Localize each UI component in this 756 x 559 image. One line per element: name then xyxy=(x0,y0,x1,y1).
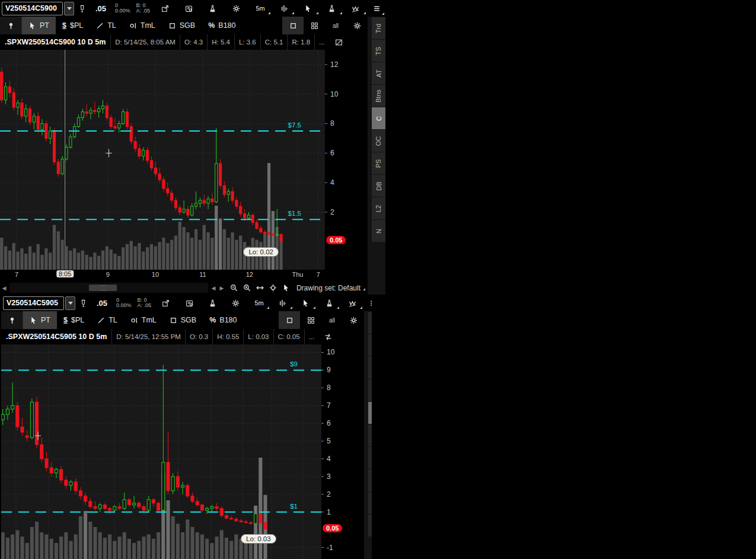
timeframe-button[interactable]: 5m xyxy=(247,295,270,311)
drawings-button[interactable] xyxy=(341,295,364,311)
chart-style-button[interactable] xyxy=(271,295,294,311)
h-scale-button[interactable] xyxy=(254,282,266,293)
sidebar-tab-at[interactable]: AT xyxy=(368,357,372,379)
pl-tool-button[interactable]: $$PL xyxy=(56,17,90,34)
sidebar-tab-c[interactable]: C xyxy=(372,107,385,129)
pointer-mode-button[interactable] xyxy=(280,282,292,293)
cursor-tool-button[interactable] xyxy=(294,295,317,311)
pin-button[interactable] xyxy=(0,17,22,34)
maximize-button[interactable] xyxy=(279,311,300,329)
all-button[interactable]: all xyxy=(321,311,343,329)
zoom-out-button[interactable] xyxy=(228,282,240,293)
sidebar-tab-n[interactable]: N xyxy=(372,220,385,242)
toolbar-settings-button[interactable] xyxy=(346,17,368,34)
chart-canvas[interactable]: 10987654321-1$9$10.05Lo: 0.03 xyxy=(1,344,364,559)
sidebar-tab-n[interactable]: N xyxy=(368,515,372,536)
b180-tool-button[interactable]: %B180 xyxy=(203,311,243,329)
share-button[interactable] xyxy=(153,0,177,17)
grid-layout-button[interactable] xyxy=(300,311,321,329)
chart-style-button[interactable] xyxy=(272,0,296,17)
sidebar-tab-ps[interactable]: PS xyxy=(368,447,372,469)
pt-tool-button[interactable]: PT xyxy=(23,311,57,329)
chart-canvas[interactable]: 12108642$7.5$1.50.05Lo: 0.02 xyxy=(0,50,368,270)
trendline-tool-button[interactable]: TL xyxy=(90,17,123,34)
ohlc-field: O: 4.3 xyxy=(180,34,207,50)
sidebar-tab-c[interactable]: C xyxy=(368,402,372,424)
time-axis: 789101112Thu78:05 xyxy=(0,270,368,281)
swap-icon[interactable] xyxy=(320,329,337,344)
glass-icon[interactable] xyxy=(75,295,91,311)
b180-label: B180 xyxy=(219,316,237,324)
all-button[interactable]: all xyxy=(325,17,346,34)
events-button[interactable] xyxy=(177,295,200,311)
toolbar-settings-button[interactable] xyxy=(343,311,364,329)
drawing-set-selector[interactable]: Drawing set: Default xyxy=(294,284,368,292)
change-readout: 0 0.00% xyxy=(113,298,135,309)
low-tooltip: Lo: 0.03 xyxy=(241,534,276,544)
flask-icon xyxy=(209,299,216,307)
sgb-tool-button[interactable]: SGB xyxy=(162,17,202,34)
sidebar-tab-oc[interactable]: OC xyxy=(372,130,385,152)
scrollbar-thumb[interactable] xyxy=(89,285,117,291)
symbol-dropdown-button[interactable] xyxy=(64,2,74,15)
sidebar-tab-l2[interactable]: L2 xyxy=(368,492,372,514)
sidebar-tab-ps[interactable]: PS xyxy=(372,152,385,174)
symbol-dropdown-button[interactable] xyxy=(65,296,75,310)
maximize-button[interactable] xyxy=(282,17,304,34)
pt-tool-button[interactable]: PT xyxy=(22,17,56,34)
scroll-left-icon[interactable]: ◀ xyxy=(0,285,8,291)
b180-tool-button[interactable]: %B180 xyxy=(202,17,242,34)
step-left-icon[interactable]: ◀ xyxy=(209,285,218,291)
cursor-tool-button[interactable] xyxy=(296,0,320,17)
svg-text:8: 8 xyxy=(330,119,334,127)
grid-layout-button[interactable] xyxy=(304,17,325,34)
crosshair-button[interactable] xyxy=(267,282,279,293)
pin-icon xyxy=(8,317,16,324)
glass-icon[interactable] xyxy=(74,0,90,17)
sidebar-menu-button[interactable] xyxy=(364,295,372,311)
trade-toolbar: PT $$PL TL TmL SGB %B180 all xyxy=(1,311,364,329)
zoom-in-button[interactable] xyxy=(241,282,253,293)
studies-quick-button[interactable] xyxy=(317,295,340,311)
symbol-input[interactable]: V250514C5905 xyxy=(3,296,64,310)
tml-tool-button[interactable]: TmL xyxy=(124,311,163,329)
sidebar-tab-ts[interactable]: TS xyxy=(368,334,372,356)
sidebar-tab-db[interactable]: DB xyxy=(372,175,385,197)
timeframe-button[interactable]: 5m xyxy=(248,0,272,17)
sidebar-tab-trd[interactable]: Trd xyxy=(368,312,372,334)
share-button[interactable] xyxy=(154,295,177,311)
svg-text:10: 10 xyxy=(330,90,339,98)
events-button[interactable] xyxy=(177,0,200,17)
sidebar-tab-label: PS xyxy=(372,453,372,462)
sidebar-menu-button[interactable] xyxy=(368,0,385,17)
sidebar-tab-btns[interactable]: Btns xyxy=(372,85,385,107)
sidebar-tab-db[interactable]: DB xyxy=(368,469,372,491)
trendline-tool-button[interactable]: TL xyxy=(91,311,124,329)
studies-quick-button[interactable] xyxy=(320,0,344,17)
share-icon xyxy=(162,299,170,307)
drawings-button[interactable] xyxy=(344,0,368,17)
studies-button[interactable] xyxy=(200,0,224,17)
sgb-tool-button[interactable]: SGB xyxy=(163,311,203,329)
studies-button[interactable] xyxy=(201,295,224,311)
time-tick: 11 xyxy=(199,271,206,278)
pl-tool-button[interactable]: $$PL xyxy=(57,311,91,329)
sidebar-tab-btns[interactable]: Btns xyxy=(368,379,372,401)
step-right-icon[interactable]: ▶ xyxy=(218,285,226,291)
settings-button[interactable] xyxy=(225,0,248,17)
trendline-icon xyxy=(97,317,105,324)
sidebar-tab-trd[interactable]: Trd xyxy=(372,17,385,39)
square-icon xyxy=(168,22,176,30)
ohlc-field: C: 5.1 xyxy=(260,34,288,50)
settings-button[interactable] xyxy=(224,295,247,311)
chart-scrollbar[interactable] xyxy=(9,283,208,293)
sidebar-tab-oc[interactable]: OC xyxy=(368,424,372,446)
tml-tool-button[interactable]: TmL xyxy=(123,17,162,34)
symbol-input[interactable]: V250514C5900 xyxy=(2,2,63,15)
chartbox-icon[interactable] xyxy=(330,34,347,50)
sidebar-tab-l2[interactable]: L2 xyxy=(372,197,385,219)
sidebar-tab-ts[interactable]: TS xyxy=(372,40,385,62)
sidebar-tab-label: C xyxy=(375,116,382,121)
pin-button[interactable] xyxy=(1,311,23,329)
sidebar-tab-at[interactable]: AT xyxy=(372,62,385,84)
